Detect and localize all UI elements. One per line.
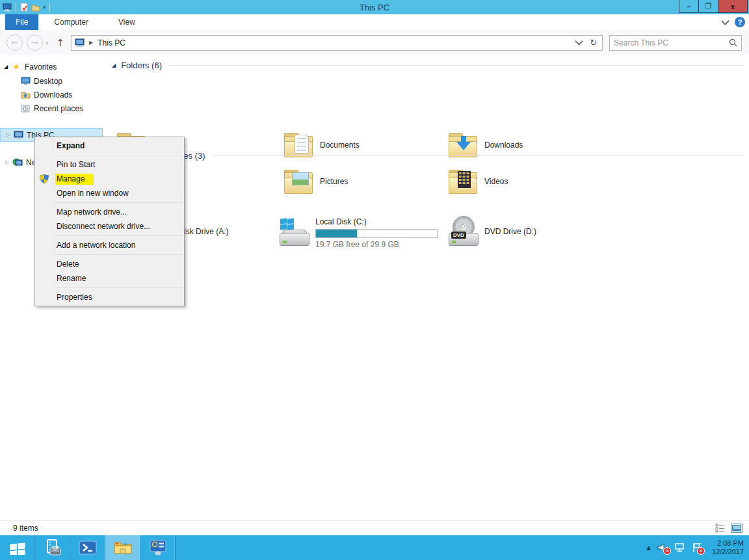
action-center-flag-icon[interactable]: × bbox=[692, 542, 702, 553]
tile-local-disk-c[interactable]: Local Disk (C:) 19.7 GB free of 29.9 GB bbox=[278, 213, 447, 252]
collapsed-triangle-icon[interactable]: ▷ bbox=[3, 159, 12, 165]
navigation-row: ← → ▾ ↑ ▶ This PC ↻ bbox=[0, 30, 749, 55]
menu-item-open-in-new-window[interactable]: Open in new window bbox=[35, 186, 184, 200]
back-button[interactable]: ← bbox=[7, 34, 23, 51]
folders-group-header[interactable]: ◢ Folders (6) bbox=[112, 60, 744, 70]
large-icons-view-icon[interactable] bbox=[731, 524, 742, 533]
tile-label: DVD Drive (D:) bbox=[484, 227, 536, 236]
collapsed-triangle-icon[interactable]: ▷ bbox=[3, 132, 12, 138]
disk-usage-bar-fill bbox=[316, 230, 357, 237]
search-input[interactable] bbox=[610, 38, 729, 47]
tile-label: Videos bbox=[484, 177, 508, 186]
clock-date: 12/2/2017 bbox=[712, 548, 744, 556]
recent-places-icon bbox=[20, 104, 31, 113]
taskbar-desktop-settings[interactable] bbox=[140, 535, 176, 560]
tab-file[interactable]: File bbox=[5, 14, 38, 30]
breadcrumb-this-pc[interactable]: This PC bbox=[98, 38, 125, 47]
quick-access-toolbar: ▾ bbox=[0, 3, 51, 12]
start-button[interactable] bbox=[0, 535, 35, 560]
taskbar-powershell[interactable] bbox=[70, 535, 105, 560]
file-explorer-icon bbox=[113, 540, 133, 555]
menu-item-pin-to-start[interactable]: Pin to Start bbox=[35, 157, 184, 172]
tile-pictures[interactable]: Pictures bbox=[283, 165, 445, 198]
tile-videos[interactable]: Videos bbox=[447, 165, 610, 198]
volume-muted-icon[interactable]: × bbox=[657, 542, 668, 553]
crumb-arrow-icon[interactable]: ▶ bbox=[89, 40, 93, 46]
tile-label: Downloads bbox=[484, 140, 523, 150]
tile-dvd-drive-d[interactable]: DVD DVD Drive (D:) bbox=[447, 215, 610, 248]
forward-button[interactable]: → bbox=[27, 34, 43, 51]
properties-qat-icon[interactable] bbox=[20, 3, 29, 12]
customize-qat-dropdown-icon[interactable]: ▾ bbox=[43, 5, 46, 10]
help-icon[interactable]: ? bbox=[735, 17, 745, 27]
sidebar-item-desktop[interactable]: Desktop bbox=[20, 74, 62, 88]
local-disk-icon bbox=[278, 217, 309, 248]
taskbar-server-manager[interactable] bbox=[35, 535, 70, 560]
search-box bbox=[609, 35, 742, 51]
network-status-icon[interactable] bbox=[674, 542, 686, 553]
sidebar-item-favorites[interactable]: ◢ ★ Favorites bbox=[1, 60, 57, 73]
details-view-icon[interactable] bbox=[715, 524, 726, 533]
tab-view[interactable]: View bbox=[109, 14, 144, 30]
group-header-rule bbox=[170, 65, 744, 66]
sidebar-item-label: Downloads bbox=[34, 90, 72, 100]
new-folder-qat-icon[interactable] bbox=[31, 3, 40, 12]
menu-item-disconnect-network-drive[interactable]: Disconnect network drive... bbox=[35, 219, 184, 233]
menu-item-delete[interactable]: Delete bbox=[35, 257, 184, 271]
menu-item-map-network-drive[interactable]: Map network drive... bbox=[35, 205, 184, 219]
server-manager-icon bbox=[44, 539, 62, 556]
tile-label: Pictures bbox=[320, 177, 348, 186]
ribbon-collapse-chevron-icon[interactable] bbox=[721, 17, 729, 25]
address-bar[interactable]: ▶ This PC ↻ bbox=[71, 35, 603, 51]
tab-computer[interactable]: Computer bbox=[45, 14, 98, 30]
status-bar: 9 items bbox=[0, 520, 749, 535]
maximize-button[interactable]: ❐ bbox=[698, 0, 718, 13]
address-dropdown-chevron-icon[interactable] bbox=[575, 37, 583, 46]
dvd-label: DVD bbox=[451, 232, 466, 239]
tile-label: Documents bbox=[320, 140, 360, 150]
taskbar-clock[interactable]: 2:08 PM 12/2/2017 bbox=[708, 539, 744, 556]
close-button[interactable]: x bbox=[718, 0, 748, 13]
menu-separator bbox=[55, 235, 183, 236]
videos-folder-icon bbox=[447, 166, 479, 197]
devices-group-header[interactable]: ◢ Devices and drives (3) bbox=[112, 151, 744, 161]
downloads-icon bbox=[20, 90, 31, 99]
tile-label: Local Disk (C:) bbox=[315, 217, 438, 226]
refresh-icon[interactable]: ↻ bbox=[590, 38, 597, 47]
sidebar-item-label: Favorites bbox=[25, 62, 57, 72]
menu-item-add-network-location[interactable]: Add a network location bbox=[35, 238, 184, 252]
favorites-star-icon: ★ bbox=[10, 62, 22, 72]
this-pc-breadcrumb-icon bbox=[74, 38, 85, 47]
this-pc-icon bbox=[12, 131, 24, 140]
menu-item-manage[interactable]: Manage bbox=[35, 172, 184, 186]
sidebar-item-downloads[interactable]: Downloads bbox=[20, 88, 72, 101]
desktop-icon bbox=[20, 77, 31, 85]
sidebar-item-recent-places[interactable]: Recent places bbox=[20, 101, 83, 115]
up-button[interactable]: ↑ bbox=[57, 37, 65, 49]
sidebar-item-label: Recent places bbox=[34, 104, 83, 113]
dvd-drive-icon: DVD bbox=[447, 216, 479, 247]
powershell-icon bbox=[79, 539, 97, 556]
title-bar: ▾ This PC – ❐ x bbox=[0, 0, 749, 14]
qat-separator-2 bbox=[49, 3, 50, 12]
taskbar-file-explorer[interactable] bbox=[105, 535, 140, 560]
uac-shield-icon bbox=[39, 174, 49, 184]
menu-item-rename[interactable]: Rename bbox=[35, 271, 184, 286]
taskbar: ▲ × × 2:08 PM 12/2/2017 bbox=[0, 535, 749, 560]
menu-separator bbox=[55, 287, 183, 288]
minimize-button[interactable]: – bbox=[679, 0, 699, 13]
group-header-rule bbox=[213, 155, 744, 156]
show-hidden-icons-arrow[interactable]: ▲ bbox=[646, 544, 651, 551]
menu-separator bbox=[55, 254, 183, 255]
window-computer-icon bbox=[3, 3, 12, 12]
menu-item-expand[interactable]: Expand bbox=[35, 139, 184, 153]
taskbar-empty-area[interactable] bbox=[176, 535, 646, 560]
group-collapse-icon[interactable]: ◢ bbox=[112, 62, 116, 68]
network-icon bbox=[12, 158, 23, 167]
menu-item-properties[interactable]: Properties bbox=[35, 290, 184, 304]
recent-locations-dropdown-icon[interactable]: ▾ bbox=[46, 40, 49, 46]
search-icon[interactable] bbox=[729, 38, 737, 47]
items-count: 9 items bbox=[13, 524, 38, 533]
expanded-triangle-icon[interactable]: ◢ bbox=[1, 64, 10, 70]
ribbon-tab-row: File Computer View ? bbox=[0, 14, 749, 31]
